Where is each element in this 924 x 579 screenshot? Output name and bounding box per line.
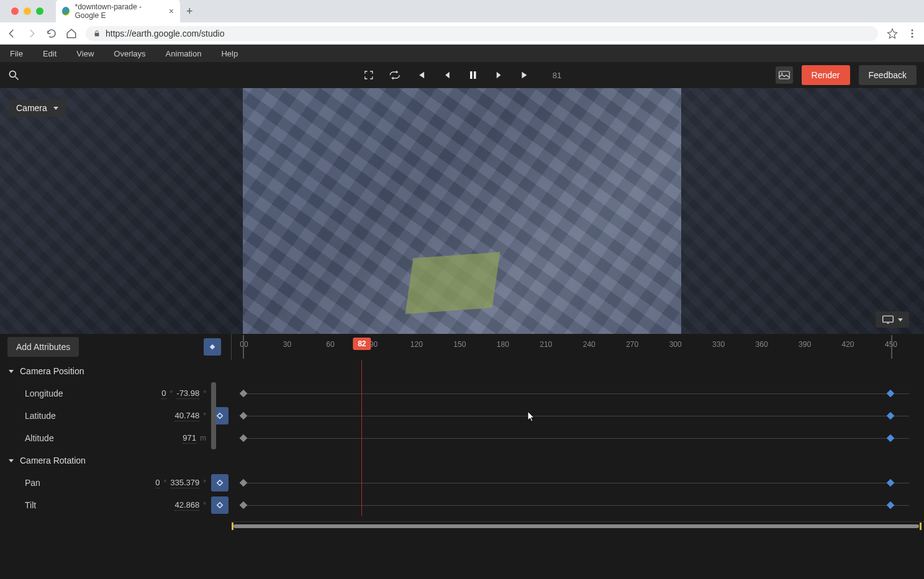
address-row: https://earth.google.com/studio [0, 22, 924, 45]
home-button[interactable] [66, 28, 77, 39]
playhead[interactable]: 82 [353, 338, 371, 350]
playhead-label[interactable]: 82 [353, 338, 371, 350]
menu-view[interactable]: View [66, 47, 104, 61]
keyframe-toggle[interactable] [211, 474, 229, 491]
svg-rect-15 [217, 503, 222, 508]
keyframe-diamond[interactable] [240, 412, 248, 420]
svg-rect-10 [883, 316, 894, 322]
svg-point-9 [781, 73, 782, 74]
lock-icon [93, 29, 101, 38]
keyframe-diamond[interactable] [240, 390, 248, 398]
reload-button[interactable] [46, 28, 57, 39]
ruler-tick: 360 [756, 340, 768, 349]
keyframe-toggle[interactable] [211, 496, 229, 514]
svg-point-2 [912, 32, 913, 34]
scrollbar-thumb[interactable] [233, 524, 919, 528]
property-prefix-value[interactable]: 0 [161, 388, 166, 399]
bookmark-star-icon[interactable] [887, 28, 898, 39]
skip-start-icon[interactable] [415, 69, 427, 81]
property-label: Altitude [25, 433, 183, 443]
viewport-main[interactable] [243, 88, 681, 334]
fullscreen-icon[interactable] [363, 69, 375, 81]
property-label: Latitude [25, 411, 174, 421]
maximize-window-button[interactable] [36, 7, 43, 15]
menu-file[interactable]: File [0, 47, 33, 61]
property-value[interactable]: 335.379 [170, 478, 199, 488]
keyframe-track[interactable] [231, 405, 924, 427]
camera-dropdown[interactable]: Camera [9, 99, 66, 117]
property-group-header[interactable]: Camera Rotation [0, 449, 231, 472]
keyframe-diamond[interactable] [887, 479, 895, 487]
add-attributes-button[interactable]: Add Attributes [7, 337, 79, 357]
ruler-tick: 270 [626, 340, 638, 349]
forward-button[interactable] [26, 28, 37, 39]
url-text: https://earth.google.com/studio [106, 29, 224, 38]
keyframe-track[interactable] [231, 427, 924, 449]
browser-tab[interactable]: *downtown-parade - Google E × [56, 0, 180, 24]
window-controls [5, 7, 50, 15]
master-keyframe-button[interactable] [204, 338, 221, 356]
keyframe-diamond[interactable] [887, 390, 895, 398]
svg-point-1 [912, 29, 913, 31]
svg-rect-14 [217, 480, 222, 485]
browser-menu-icon[interactable] [907, 28, 918, 39]
ruler-tick: 30 [283, 340, 291, 349]
property-value[interactable]: 971 [183, 433, 196, 444]
svg-rect-7 [474, 71, 476, 79]
search-icon[interactable] [7, 69, 20, 81]
timeline-ruler[interactable]: 0030609012015018021024027030033036039042… [231, 334, 924, 360]
viewport-overscan-left [0, 88, 243, 334]
skip-end-icon[interactable] [519, 69, 532, 81]
pause-button[interactable] [467, 69, 479, 81]
menu-animation[interactable]: Animation [156, 47, 212, 61]
display-mode-toggle[interactable] [876, 312, 909, 328]
step-forward-icon[interactable] [493, 69, 505, 81]
close-tab-icon[interactable]: × [169, 6, 174, 16]
property-unit: ° [203, 389, 206, 398]
camera-dropdown-label: Camera [16, 103, 47, 113]
keyframe-diamond[interactable] [887, 412, 895, 420]
keyframe-diamond[interactable] [240, 501, 248, 509]
property-value[interactable]: 40.748 [174, 411, 199, 421]
range-end-marker[interactable] [891, 335, 892, 359]
keyframe-track[interactable] [231, 494, 924, 516]
keyframe-diamond[interactable] [240, 434, 248, 442]
snapshot-icon[interactable] [776, 66, 793, 84]
ruler-tick: 00 [240, 340, 248, 349]
menu-overlays[interactable]: Overlays [104, 47, 155, 61]
property-prefix-value[interactable]: 0 [155, 478, 160, 488]
minimize-window-button[interactable] [24, 7, 31, 15]
keyframe-track[interactable] [231, 472, 924, 494]
keyframe-diamond[interactable] [887, 501, 895, 509]
menu-help[interactable]: Help [211, 47, 248, 61]
property-unit: ° [203, 411, 206, 420]
render-button[interactable]: Render [802, 65, 850, 85]
svg-rect-12 [210, 344, 215, 349]
tab-title: *downtown-parade - Google E [75, 2, 163, 20]
keyframe-diamond[interactable] [240, 479, 248, 487]
property-value[interactable]: -73.98 [176, 388, 199, 399]
timeline: Add Attributes 0030609012015018021024027… [0, 334, 924, 532]
property-label: Tilt [25, 500, 174, 510]
range-start-marker[interactable] [243, 335, 244, 359]
feedback-button[interactable]: Feedback [859, 65, 917, 85]
property-value[interactable]: 42.868 [174, 500, 199, 511]
keyframe-diamond[interactable] [887, 434, 895, 442]
group-name: Camera Position [20, 366, 84, 376]
address-bar[interactable]: https://earth.google.com/studio [86, 26, 878, 41]
viewport-overscan-right [681, 88, 924, 334]
scrollbar-handle-right[interactable] [920, 523, 922, 530]
property-group-header[interactable]: Camera Position [0, 360, 231, 382]
menu-edit[interactable]: Edit [33, 47, 66, 61]
keyframe-track[interactable] [231, 382, 924, 405]
property-row: Latitude 40.748 ° [0, 405, 924, 427]
back-button[interactable] [6, 28, 17, 39]
loop-icon[interactable] [389, 69, 401, 81]
scrollbar-track[interactable] [231, 521, 924, 532]
step-back-icon[interactable] [441, 69, 453, 81]
ruler-tick: 300 [669, 340, 682, 349]
new-tab-button[interactable]: + [186, 5, 193, 18]
earth-favicon-icon [62, 7, 70, 16]
close-window-button[interactable] [11, 7, 19, 15]
playhead-line [361, 360, 362, 516]
